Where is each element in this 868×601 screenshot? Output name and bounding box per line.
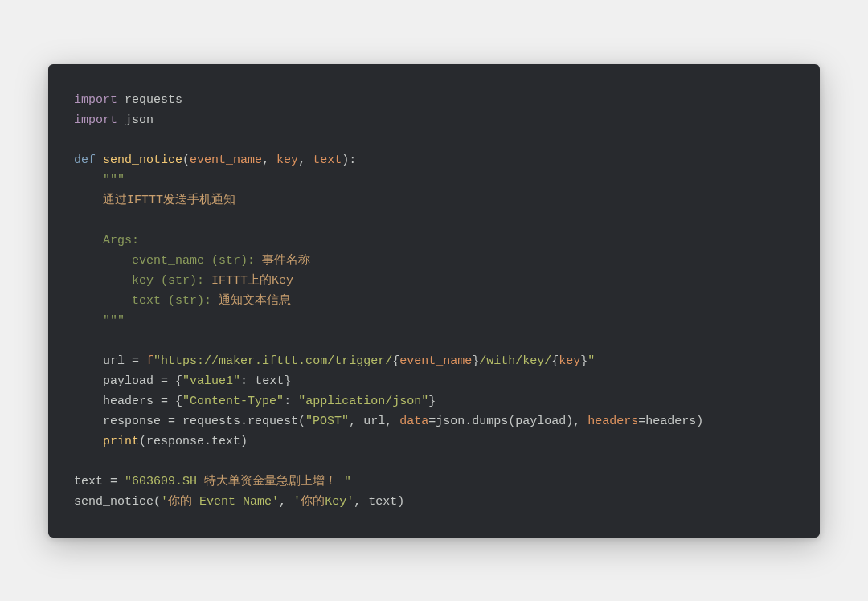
module-name: json [125,113,154,127]
arg-string-cn: 你的 [301,495,325,509]
arg-string: Event Name' [192,495,279,509]
var: payload [103,374,154,388]
function-name: send_notice [103,153,182,167]
arg-string: Key' [325,495,354,509]
docstring-param: text (str): [132,294,219,308]
docstring-param-desc: 事件名称 [262,254,310,268]
var: text [74,475,103,489]
keyword-def: def [74,153,96,167]
docstring-quote: """ [103,174,125,187]
dict-val: "application/json" [298,395,428,408]
param: text [313,153,342,167]
docstring-quote: """ [103,314,125,328]
module-name: requests [125,93,182,107]
string-part: "https://maker.ifttt.com/trigger/ [154,354,392,368]
docstring-param-desc: IFTTT上的Key [211,274,293,288]
fstring-var: event_name [399,354,472,368]
docstring-param: key (str): [132,274,211,288]
builtin-print: print [103,435,139,448]
dict-key: "Content-Type" [182,395,284,408]
keyword-import: import [74,93,117,107]
fstring-var: key [559,354,580,368]
param: key [276,153,298,167]
string-cn: 特大单资金量急剧上增！ [204,475,337,489]
string-part: " [588,354,595,368]
string-part: " [337,475,351,489]
arg-string: ' [161,495,168,509]
dict-val: text [255,374,284,388]
docstring-text: 通过IFTTT发送手机通知 [103,194,235,207]
code-block: import requests import json def send_not… [48,64,820,538]
arg-string: "POST" [305,415,349,428]
arg-string: ' [293,495,301,509]
call: requests.request( [182,415,305,428]
docstring-args: Args: [103,234,139,247]
param: event_name [190,153,262,167]
arg: headers) [645,415,703,428]
arg-call: json.dumps(payload) [436,415,573,428]
arg-string-cn: 你的 [168,495,192,509]
dict-key: "value1" [182,374,240,388]
string-part: /with/key/ [479,354,551,368]
arg: url [363,415,385,428]
f-prefix: f [146,354,154,368]
string-part: "603609.SH [125,475,204,489]
function-call: send_notice [74,495,154,509]
var: headers [103,395,154,408]
keyword-import: import [74,113,117,127]
docstring-param-desc: 通知文本信息 [219,294,291,308]
kwarg: headers [588,415,638,428]
code-content: import requests import json def send_not… [74,90,794,512]
print-arg: (response.text) [139,435,248,448]
var: response [103,415,161,428]
var: url [103,354,125,368]
arg: text [368,495,397,509]
kwarg: data [399,415,428,428]
docstring-param: event_name (str): [132,254,262,268]
